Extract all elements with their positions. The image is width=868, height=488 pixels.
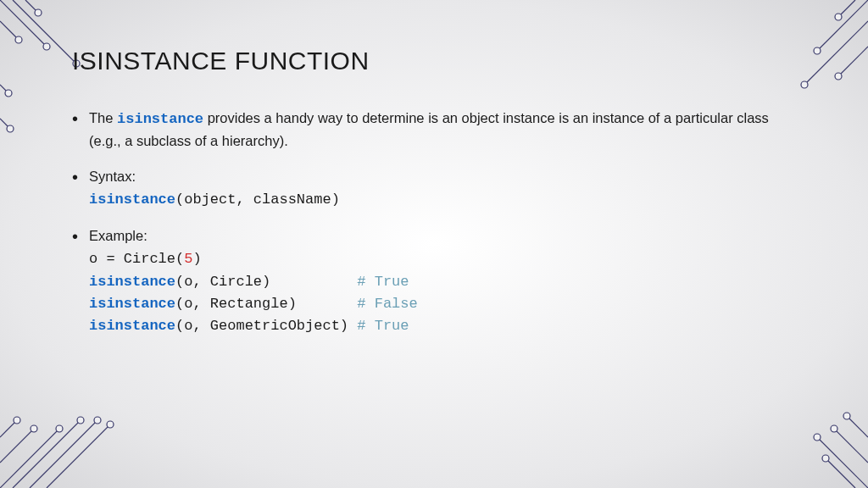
svg-point-38 [843, 413, 850, 419]
keyword-isinstance: isinstance [89, 274, 175, 290]
text: The [89, 110, 117, 125]
syntax-label: Syntax: [89, 169, 136, 184]
svg-line-14 [838, 47, 868, 76]
svg-point-6 [43, 43, 50, 50]
svg-point-28 [94, 417, 101, 424]
bullet-example: Example: o = Circle(5) isinstance(o, Cir… [87, 225, 783, 338]
slide-title: ISINSTANCE FUNCTION [72, 47, 783, 75]
code-comment: # True [357, 274, 409, 290]
svg-point-9 [15, 36, 22, 43]
keyword-isinstance: isinstance [89, 318, 175, 334]
svg-line-1 [13, 0, 76, 64]
svg-point-18 [835, 73, 842, 80]
svg-line-12 [817, 0, 868, 51]
svg-point-29 [107, 421, 114, 428]
code-number: 5 [184, 251, 192, 267]
code-args: (object, className) [175, 191, 340, 208]
code-comment: # False [357, 296, 417, 312]
svg-point-27 [77, 417, 84, 424]
bullet-list: The isinstance provides a handy way to d… [72, 108, 783, 338]
decoration-bottom-right [783, 361, 868, 488]
svg-line-0 [0, 0, 47, 47]
svg-line-24 [0, 429, 34, 463]
svg-line-34 [847, 416, 868, 437]
svg-point-10 [5, 90, 12, 97]
svg-line-23 [47, 424, 110, 488]
example-label: Example: [89, 228, 147, 243]
svg-line-33 [834, 429, 868, 463]
code-args: (o, GeometricObject) [175, 318, 357, 334]
svg-point-17 [801, 81, 808, 88]
svg-point-11 [7, 125, 14, 132]
code-text: o = Circle( [89, 251, 184, 267]
svg-point-36 [814, 434, 821, 441]
svg-point-30 [31, 425, 37, 432]
keyword-isinstance: isinstance [117, 111, 203, 127]
svg-point-26 [56, 425, 63, 432]
svg-line-35 [826, 458, 855, 488]
slide-content: ISINSTANCE FUNCTION The isinstance provi… [72, 47, 783, 352]
syntax-code: isinstance(object, className) [89, 189, 783, 211]
svg-line-3 [0, 21, 19, 40]
svg-point-16 [814, 47, 821, 54]
example-code: o = Circle(5) isinstance(o, Circle) # Tr… [89, 248, 783, 337]
svg-point-31 [14, 417, 20, 424]
code-args: (o, Rectangle) [175, 296, 357, 312]
svg-point-19 [835, 14, 842, 20]
decoration-bottom-left [0, 344, 153, 488]
svg-line-32 [817, 437, 868, 488]
svg-point-37 [831, 425, 837, 432]
code-comment: # True [357, 318, 409, 334]
bullet-description: The isinstance provides a handy way to d… [87, 108, 783, 152]
svg-line-20 [0, 429, 59, 488]
code-text: ) [192, 251, 201, 267]
keyword-isinstance: isinstance [89, 191, 175, 208]
bullet-syntax: Syntax: isinstance(object, className) [87, 166, 783, 212]
keyword-isinstance: isinstance [89, 296, 175, 312]
svg-point-39 [822, 455, 829, 462]
code-args: (o, Circle) [175, 274, 357, 290]
svg-line-21 [13, 420, 81, 488]
svg-point-8 [35, 9, 42, 16]
svg-line-22 [30, 420, 97, 488]
